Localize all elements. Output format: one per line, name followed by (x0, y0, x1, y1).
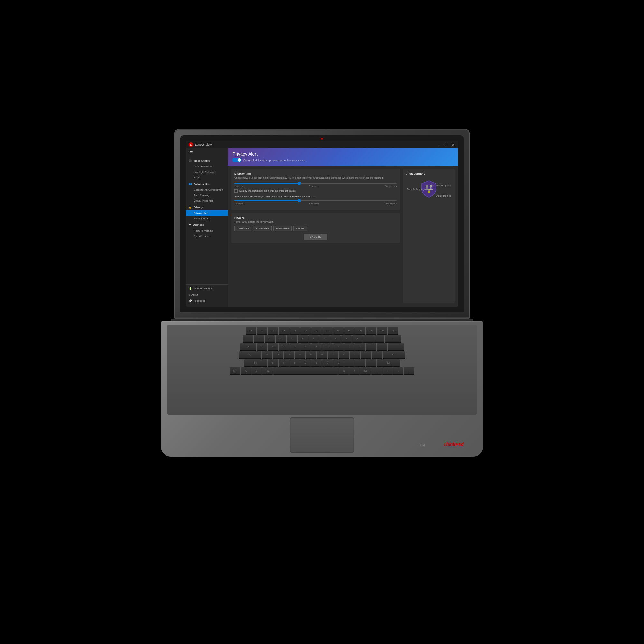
key-1[interactable]: 1 (254, 335, 264, 342)
key-o[interactable]: O (344, 343, 355, 350)
key-shift-left[interactable]: Shift (244, 359, 267, 366)
minimize-button[interactable]: – (437, 143, 441, 147)
key-g[interactable]: G (306, 351, 316, 358)
key-r[interactable]: R (289, 343, 300, 350)
snooze-1hour-button[interactable]: 1 HOUR (293, 226, 307, 231)
key-alt-left[interactable]: Alt (262, 367, 273, 374)
key-arrow-left[interactable]: ← (371, 367, 382, 374)
key-a[interactable]: A (262, 351, 272, 358)
key-y[interactable]: Y (311, 343, 322, 350)
key-fn[interactable]: Fn (241, 367, 251, 374)
key-backspace[interactable]: ← (385, 335, 401, 342)
sidebar-section-header-privacy[interactable]: 🔒 Privacy (186, 204, 228, 210)
key-h[interactable]: H (317, 351, 327, 358)
key-z[interactable]: Z (268, 359, 278, 366)
snooze-5min-button[interactable]: 5 MINUTES (234, 226, 251, 231)
display-time-slider-track[interactable] (234, 183, 397, 184)
key-f12[interactable]: F12 (377, 327, 387, 334)
sidebar-item-auto-framing[interactable]: Auto Framing (186, 193, 228, 198)
key-space[interactable] (273, 367, 338, 374)
key-5[interactable]: 5 (298, 335, 308, 342)
key-bracket-right[interactable] (377, 343, 387, 350)
key-7[interactable]: 7 (319, 335, 330, 342)
key-m[interactable]: M (333, 359, 344, 366)
key-f10[interactable]: F10 (355, 327, 365, 334)
key-2[interactable]: 2 (265, 335, 275, 342)
hamburger-icon[interactable]: ☰ (186, 148, 228, 158)
key-ctrl-right[interactable]: Ctrl (360, 367, 371, 374)
key-6[interactable]: 6 (308, 335, 319, 342)
key-slash[interactable] (366, 359, 376, 366)
key-f5[interactable]: F5 (300, 327, 311, 334)
key-8[interactable]: 8 (330, 335, 341, 342)
key-l[interactable]: L (350, 351, 360, 358)
key-f4[interactable]: F4 (289, 327, 300, 334)
sidebar-section-header-collaboration[interactable]: 👥 Collaboration (186, 181, 228, 187)
key-f7[interactable]: F7 (322, 327, 333, 334)
key-tab[interactable]: Tab (240, 343, 256, 350)
key-del[interactable]: Del (388, 327, 398, 334)
sidebar-item-background-concealment[interactable]: Background Concealment (186, 187, 228, 193)
onlooker-checkbox[interactable] (234, 189, 238, 193)
sidebar-item-privacy-alert[interactable]: Privacy Alert (186, 210, 228, 216)
key-esc[interactable]: Esc (246, 327, 256, 334)
key-t[interactable]: T (300, 343, 311, 350)
sidebar-section-header-video-quality[interactable]: 🎥 Video Quality (186, 158, 228, 164)
sidebar-item-eye-wellness[interactable]: Eye Wellness (186, 233, 228, 239)
sidebar-item-video-enhancer[interactable]: Video Enhancer (186, 164, 228, 169)
key-tilde[interactable] (243, 335, 253, 342)
key-f11[interactable]: F11 (366, 327, 376, 334)
sidebar-item-posture-warning[interactable]: Posture Warning (186, 228, 228, 233)
key-arrow-down[interactable]: ↓ (393, 367, 403, 374)
key-prtsc[interactable]: Pr (349, 367, 360, 374)
sidebar-item-feedback[interactable]: 💬 Feedback (186, 298, 228, 304)
key-f[interactable]: F (295, 351, 305, 358)
key-u[interactable]: U (322, 343, 333, 350)
key-comma[interactable] (344, 359, 355, 366)
key-j[interactable]: J (328, 351, 338, 358)
key-f2[interactable]: F2 (268, 327, 278, 334)
key-quote[interactable] (372, 351, 382, 358)
key-arrow-right[interactable]: → (404, 367, 414, 374)
key-b[interactable]: B (311, 359, 322, 366)
key-f1[interactable]: F1 (257, 327, 267, 334)
key-equals[interactable] (374, 335, 384, 342)
key-ctrl-left[interactable]: Ctrl (230, 367, 240, 374)
key-3[interactable]: 3 (276, 335, 286, 342)
key-shift-right[interactable]: Shift (377, 359, 400, 366)
sidebar-item-virtual-presenter[interactable]: Virtual Presenter (186, 198, 228, 204)
key-f3[interactable]: F3 (279, 327, 289, 334)
trackpad[interactable] (290, 417, 354, 453)
key-x[interactable]: X (279, 359, 289, 366)
after-leave-slider-thumb[interactable] (298, 199, 301, 202)
key-minus[interactable] (363, 335, 374, 342)
maximize-button[interactable]: □ (444, 143, 448, 147)
key-bracket-left[interactable] (366, 343, 376, 350)
sidebar-section-header-wellness[interactable]: ❤ Wellness (186, 222, 228, 228)
key-c[interactable]: C (289, 359, 300, 366)
after-leave-slider-track[interactable] (234, 200, 397, 201)
key-enter[interactable]: Enter (383, 351, 405, 358)
privacy-alert-toggle[interactable] (232, 158, 241, 162)
sidebar-item-hdr[interactable]: HDR (186, 175, 228, 180)
snooze-15min-button[interactable]: 15 MINUTES (253, 226, 271, 231)
key-backslash[interactable] (388, 343, 404, 350)
key-n[interactable]: N (322, 359, 333, 366)
snooze-activate-button[interactable]: SNOOZE (304, 234, 328, 240)
display-time-slider-thumb[interactable] (298, 182, 301, 185)
sidebar-item-low-light-enhancer[interactable]: Low-light Enhancer (186, 169, 228, 175)
key-d[interactable]: D (284, 351, 294, 358)
key-k[interactable]: K (339, 351, 349, 358)
close-button[interactable]: ✕ (451, 143, 455, 147)
key-q[interactable]: Q (257, 343, 267, 350)
key-caps[interactable]: Caps (239, 351, 261, 358)
key-f9[interactable]: F9 (344, 327, 355, 334)
snooze-30min-button[interactable]: 30 MINUTES (273, 226, 292, 231)
key-s[interactable]: S (273, 351, 283, 358)
sidebar-item-battery-settings[interactable]: 🔋 Battery Settings (186, 286, 228, 292)
key-w[interactable]: W (268, 343, 278, 350)
key-arrow-up[interactable]: ↑ (382, 367, 393, 374)
key-semicolon[interactable] (361, 351, 371, 358)
key-v[interactable]: V (300, 359, 311, 366)
key-4[interactable]: 4 (287, 335, 297, 342)
